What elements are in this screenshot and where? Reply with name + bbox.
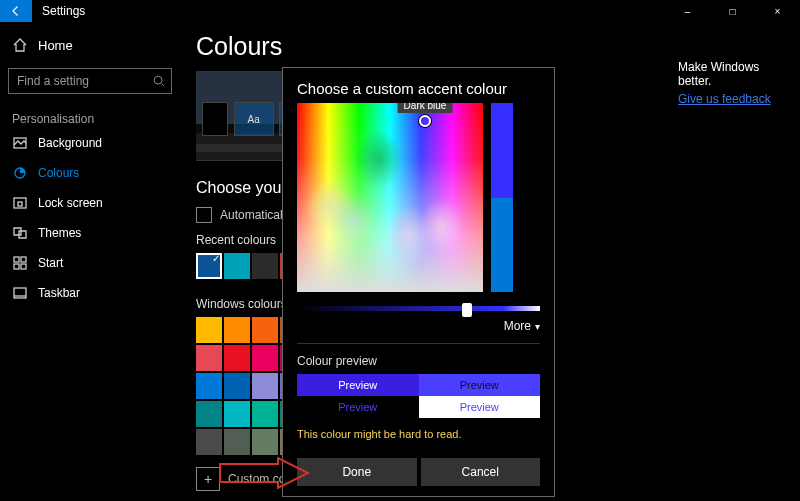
sidebar-item-label: Background <box>38 136 102 150</box>
colour-picker-field[interactable]: Dark blue <box>297 103 483 292</box>
sidebar-item-lockscreen[interactable]: Lock screen <box>0 188 180 218</box>
palette-colour-swatch[interactable] <box>224 401 250 427</box>
sidebar-group-label: Personalisation <box>0 104 180 128</box>
sidebar-item-start[interactable]: Start <box>0 248 180 278</box>
more-toggle[interactable]: More▾ <box>297 319 540 333</box>
palette-colour-swatch[interactable] <box>224 317 250 343</box>
palette-colour-swatch[interactable] <box>196 373 222 399</box>
palette-colour-swatch[interactable] <box>224 345 250 371</box>
colour-tooltip: Dark blue <box>398 103 453 113</box>
cancel-button[interactable]: Cancel <box>421 458 541 486</box>
palette-colour-swatch[interactable] <box>252 317 278 343</box>
palette-colour-swatch[interactable] <box>196 401 222 427</box>
palette-colour-swatch[interactable] <box>224 429 250 455</box>
svg-rect-8 <box>21 264 26 269</box>
preview-cell-c: Preview <box>297 396 419 418</box>
preview-sample-window: Aa <box>234 102 274 136</box>
close-button[interactable]: × <box>755 0 800 22</box>
feedback-heading: Make Windows better. <box>678 60 788 88</box>
start-icon <box>12 255 28 271</box>
sidebar-item-background[interactable]: Background <box>0 128 180 158</box>
sidebar-item-themes[interactable]: Themes <box>0 218 180 248</box>
app-title: Settings <box>42 4 85 18</box>
preview-cell-a: Preview <box>297 374 419 396</box>
preview-cell-d: Preview <box>419 396 541 418</box>
dialog-title: Choose a custom accent colour <box>297 80 540 97</box>
recent-colour-swatch[interactable] <box>252 253 278 279</box>
svg-rect-7 <box>14 264 19 269</box>
sidebar-item-label: Lock screen <box>38 196 103 210</box>
themes-icon <box>12 225 28 241</box>
sidebar-item-colours[interactable]: Colours <box>0 158 180 188</box>
feedback-link[interactable]: Give us feedback <box>678 92 788 106</box>
chevron-down-icon: ▾ <box>535 321 540 332</box>
preview-start-menu <box>202 102 228 136</box>
svg-point-0 <box>154 76 162 84</box>
picker-cursor[interactable] <box>419 115 431 127</box>
search-icon[interactable] <box>146 68 172 94</box>
colour-preview-label: Colour preview <box>297 354 540 368</box>
custom-colour-dialog: Choose a custom accent colour Dark blue … <box>282 67 555 497</box>
more-label: More <box>504 319 531 333</box>
back-button[interactable] <box>0 0 32 22</box>
sidebar-home[interactable]: Home <box>0 28 180 62</box>
palette-colour-swatch[interactable] <box>252 373 278 399</box>
palette-colour-swatch[interactable] <box>196 317 222 343</box>
sidebar-home-label: Home <box>38 38 73 53</box>
svg-rect-6 <box>21 257 26 262</box>
colour-strip-top <box>491 103 513 198</box>
palette-colour-swatch[interactable] <box>252 345 278 371</box>
preview-cell-b: Preview <box>419 374 541 396</box>
svg-rect-5 <box>14 257 19 262</box>
sidebar-item-label: Themes <box>38 226 81 240</box>
maximize-button[interactable]: □ <box>710 0 755 22</box>
sidebar-item-label: Colours <box>38 166 79 180</box>
svg-rect-4 <box>18 202 22 206</box>
checkbox-box <box>196 207 212 223</box>
colour-strip-bottom <box>491 198 513 293</box>
palette-colour-swatch[interactable] <box>196 429 222 455</box>
minimize-button[interactable]: – <box>665 0 710 22</box>
page-title: Colours <box>196 32 784 61</box>
palette-colour-swatch[interactable] <box>252 429 278 455</box>
taskbar-icon <box>12 285 28 301</box>
readability-warning: This colour might be hard to read. <box>297 428 540 440</box>
colours-icon <box>12 165 28 181</box>
sidebar-item-label: Taskbar <box>38 286 80 300</box>
sidebar-item-taskbar[interactable]: Taskbar <box>0 278 180 308</box>
recent-colour-swatch[interactable] <box>196 253 222 279</box>
background-icon <box>12 135 28 151</box>
lockscreen-icon <box>12 195 28 211</box>
value-slider[interactable] <box>297 306 540 311</box>
plus-icon: + <box>196 467 220 491</box>
recent-colour-swatch[interactable] <box>224 253 250 279</box>
palette-colour-swatch[interactable] <box>252 401 278 427</box>
home-icon <box>12 37 28 53</box>
palette-colour-swatch[interactable] <box>224 373 250 399</box>
palette-colour-swatch[interactable] <box>196 345 222 371</box>
value-slider-thumb[interactable] <box>462 303 472 317</box>
sidebar: Home Personalisation Background Colours … <box>0 22 180 501</box>
done-button[interactable]: Done <box>297 458 417 486</box>
sidebar-item-label: Start <box>38 256 63 270</box>
